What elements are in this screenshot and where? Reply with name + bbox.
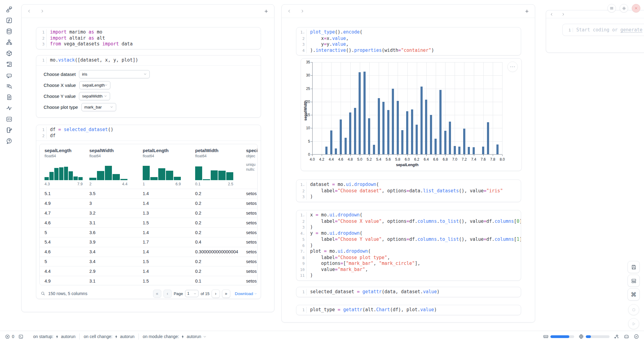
code-line[interactable]: 6) bbox=[296, 243, 521, 249]
table-row[interactable]: 4.63.41.40.3000000000000004setos bbox=[40, 247, 257, 257]
code-line[interactable]: 4⌄y = mo.ui.dropdown( bbox=[296, 230, 521, 237]
column-right-button[interactable] bbox=[561, 12, 565, 16]
plot-type-cell[interactable]: 1plot_type = getattr(alt.Chart(df), plot… bbox=[296, 305, 521, 315]
dataset-select[interactable]: iris bbox=[79, 70, 150, 78]
dataframe-cell[interactable]: 1df = selected_dataset()2df sepalLengthf… bbox=[36, 125, 261, 299]
code-line[interactable]: 1⌄x = mo.ui.dropdown( bbox=[296, 212, 521, 219]
column-left-button[interactable] bbox=[287, 9, 291, 13]
page-select[interactable]: 1 bbox=[185, 290, 199, 297]
column-header-sepalLength[interactable]: sepalLengthfloat64 bbox=[45, 148, 85, 158]
functions-icon[interactable] bbox=[6, 17, 13, 24]
prev-page-button[interactable]: ‹ bbox=[163, 290, 172, 298]
close-button[interactable] bbox=[632, 4, 640, 12]
code-line[interactable]: 3) bbox=[296, 194, 521, 200]
code-line[interactable]: 2df bbox=[36, 133, 261, 139]
keyboard-shortcuts-button[interactable]: ⌘ bbox=[628, 288, 640, 301]
code-line[interactable]: 1mo.vstack([dataset, x, y, plot]) bbox=[36, 57, 261, 63]
snippets-icon[interactable] bbox=[6, 116, 13, 123]
plot-type-select[interactable]: mark_bar bbox=[81, 103, 116, 111]
code-line[interactable]: 2import altair as alt bbox=[36, 35, 261, 41]
selected-dataset-cell[interactable]: 1selected_dataset = getattr(data, datase… bbox=[296, 287, 521, 297]
code-line[interactable]: 3) bbox=[296, 224, 521, 230]
table-row[interactable]: 4.931.40.2setos bbox=[40, 198, 257, 208]
plot-cell[interactable]: 1⌄plot_type().encode(2 x=x.value,3 y=y.v… bbox=[296, 27, 521, 55]
column-right-button[interactable] bbox=[300, 9, 304, 13]
code-line[interactable]: 2 label="Choose dataset", options=data.l… bbox=[296, 188, 521, 194]
tracing-icon[interactable] bbox=[6, 105, 13, 112]
vstack-cell[interactable]: 1mo.vstack([dataset, x, y, plot]) Choose… bbox=[36, 55, 261, 118]
column-left-button[interactable] bbox=[550, 12, 553, 16]
code-line[interactable]: 1selected_dataset = getattr(data, datase… bbox=[296, 289, 521, 295]
last-page-button[interactable]: » bbox=[222, 290, 230, 298]
imports-cell[interactable]: 1import marimo as mo2import altair as al… bbox=[36, 27, 261, 49]
code-line[interactable]: 11) bbox=[296, 273, 521, 279]
code-line[interactable]: 9 options=["mark_bar", "mark_circle"], bbox=[296, 261, 521, 267]
fold-chevron-icon[interactable]: ⌄ bbox=[303, 249, 305, 255]
table-row[interactable]: 5.13.51.40.2setos bbox=[40, 189, 257, 198]
table-row[interactable]: 4.93.11.50.1setos bbox=[40, 276, 257, 285]
code-line[interactable]: 1⌄dataset = mo.ui.dropdown( bbox=[296, 182, 521, 188]
on-startup-setting[interactable]: on startup: autorun bbox=[33, 334, 76, 339]
code-line[interactable]: 2 label="Choose X value", options=df.col… bbox=[296, 219, 521, 225]
download-button[interactable]: Download bbox=[235, 291, 257, 296]
add-cell-button[interactable] bbox=[524, 9, 529, 14]
connection-status-button[interactable] bbox=[634, 334, 639, 339]
table-row[interactable]: 5.43.91.70.4setos bbox=[40, 237, 257, 247]
column-header-petalWidth[interactable]: petalWidthfloat64 bbox=[195, 148, 235, 158]
table-row[interactable]: 4.63.11.50.2setos bbox=[40, 218, 257, 227]
generate-link[interactable]: generate bbox=[621, 27, 642, 33]
next-page-button[interactable]: › bbox=[212, 290, 220, 298]
code-line[interactable]: 2 x=x.value, bbox=[296, 36, 521, 42]
copilot-button[interactable] bbox=[624, 334, 629, 340]
on-module-change-setting[interactable]: on module change: autorun bbox=[143, 334, 206, 339]
code-line[interactable]: 1plot_type = getattr(alt.Chart(df), plot… bbox=[296, 307, 521, 313]
logs-icon[interactable] bbox=[6, 61, 13, 68]
add-cell-button[interactable] bbox=[264, 9, 269, 14]
interrupt-button[interactable] bbox=[628, 304, 639, 315]
scratchpad-icon[interactable] bbox=[6, 127, 13, 134]
packages-icon[interactable] bbox=[6, 50, 13, 57]
xy-plot-dropdown-cell[interactable]: 1⌄x = mo.ui.dropdown(2 label="Choose X v… bbox=[296, 210, 521, 281]
datasources-icon[interactable] bbox=[6, 28, 13, 35]
help-icon[interactable] bbox=[6, 138, 13, 144]
chat-icon[interactable] bbox=[6, 72, 13, 79]
ai-assist-button[interactable] bbox=[614, 334, 619, 339]
on-cell-change-setting[interactable]: on cell change: autorun bbox=[84, 334, 134, 339]
column-header-speci[interactable]: speciobjecuniqunulls: bbox=[246, 148, 258, 172]
code-line[interactable]: 4).interactive().properties(width="conta… bbox=[296, 48, 521, 54]
code-line[interactable]: 3 y=y.value, bbox=[296, 41, 521, 48]
table-row[interactable]: 4.42.91.40.2setos bbox=[40, 266, 257, 276]
column-header-petalLength[interactable]: petalLengthfloat64 bbox=[143, 148, 183, 158]
code-line[interactable]: 1import marimo as mo bbox=[36, 29, 261, 35]
code-line[interactable]: 7⌄plot = mo.ui.dropdown( bbox=[296, 248, 521, 255]
code-line[interactable]: 5 label="Choose Y value", options=df.col… bbox=[296, 237, 521, 243]
empty-code-cell[interactable]: 1 Start coding or generate with bbox=[562, 24, 644, 36]
fold-chevron-icon[interactable]: ⌄ bbox=[303, 182, 305, 188]
run-all-button[interactable] bbox=[628, 318, 639, 329]
column-header-sepalWidth[interactable]: sepalWidthfloat64 bbox=[89, 148, 130, 158]
column-right-button[interactable] bbox=[40, 9, 44, 13]
code-line[interactable]: 10 value="mark_bar", bbox=[296, 267, 521, 273]
save-button[interactable] bbox=[628, 261, 640, 273]
dataset-dropdown-cell[interactable]: 1⌄dataset = mo.ui.dropdown(2 label="Choo… bbox=[296, 180, 521, 202]
column-left-button[interactable] bbox=[27, 9, 31, 13]
altair-chart[interactable]: 4.04.24.44.64.85.05.25.45.65.86.06.26.46… bbox=[301, 58, 522, 171]
code-line[interactable]: 1df = selected_dataset() bbox=[36, 127, 261, 133]
menu-button[interactable] bbox=[607, 4, 616, 12]
dependency-graph-icon[interactable] bbox=[6, 39, 13, 46]
documentation-icon[interactable] bbox=[6, 94, 13, 101]
code-line[interactable]: 8 label="Choose plot type", bbox=[296, 255, 521, 261]
first-page-button[interactable]: « bbox=[153, 290, 161, 298]
y-value-select[interactable]: sepalWidth bbox=[79, 92, 110, 100]
code-line[interactable]: 3from vega_datasets import data bbox=[36, 41, 261, 47]
table-row[interactable]: 4.73.21.30.2setos bbox=[40, 208, 257, 218]
fold-chevron-icon[interactable]: ⌄ bbox=[303, 30, 305, 36]
fold-chevron-icon[interactable]: ⌄ bbox=[303, 212, 305, 219]
table-row[interactable]: 53.61.40.2setos bbox=[40, 227, 257, 237]
code-line[interactable]: 1⌄plot_type().encode( bbox=[296, 29, 521, 36]
x-value-select[interactable]: sepalLength bbox=[79, 81, 110, 89]
settings-button[interactable] bbox=[620, 4, 628, 12]
variables-icon[interactable] bbox=[6, 83, 13, 90]
fold-chevron-icon[interactable]: ⌄ bbox=[303, 231, 305, 237]
layout-button[interactable] bbox=[628, 275, 640, 287]
